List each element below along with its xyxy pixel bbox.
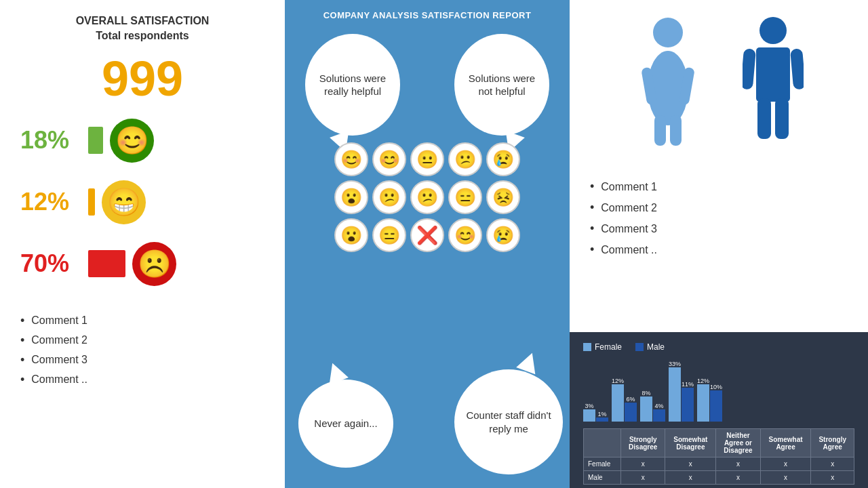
bar-chart: 3% 1% 12% 6% xyxy=(583,357,854,425)
male-sd: x xyxy=(620,471,665,485)
svg-rect-10 xyxy=(743,48,756,89)
female-swa: x xyxy=(760,458,811,471)
right-comment-4: • Comment .. xyxy=(590,243,848,257)
female-sd: x xyxy=(620,458,665,471)
emoji-8: 😕 xyxy=(410,180,444,214)
right-panel: • Comment 1 • Comment 2 • Comment 3 • Co… xyxy=(570,0,868,488)
bar-male-3 xyxy=(653,409,665,422)
bar-female-5 xyxy=(697,384,709,422)
male-figure xyxy=(743,14,804,149)
chart-group-1: 3% 1% xyxy=(583,403,608,422)
male-n: x xyxy=(716,471,761,485)
pct-red: 70% xyxy=(20,249,81,278)
col-header-neither: NeitherAgree orDisagree xyxy=(716,429,761,458)
satisfaction-row-red: 70% ☹️ xyxy=(20,242,264,286)
bar-red xyxy=(88,250,125,277)
emoji-6: 😮 xyxy=(334,180,368,214)
chart-group-2: 12% 6% xyxy=(612,378,637,422)
bar-male-5 xyxy=(710,390,722,422)
left-comment-4: • Comment .. xyxy=(20,373,264,387)
emoji-5: 😢 xyxy=(486,142,520,176)
bar-male-4 xyxy=(682,388,694,422)
bar-green xyxy=(88,127,103,154)
total-number: 999 xyxy=(20,54,264,103)
chart-legend: Female Male xyxy=(583,342,854,352)
emoji-4: 😕 xyxy=(448,142,482,176)
row-label-female: Female xyxy=(584,458,621,471)
col-header-somewhat-disagree: SomewhatDisagree xyxy=(665,429,716,458)
female-figure xyxy=(634,14,702,149)
chart-group-4: 33% 11% xyxy=(669,361,694,422)
left-comments-section: • Comment 1 • Comment 2 • Comment 3 • Co… xyxy=(20,308,264,392)
svg-rect-7 xyxy=(756,47,790,102)
middle-title: COMPANY ANALYSIS SATISFACTION REPORT xyxy=(295,10,559,20)
bar-female-4 xyxy=(669,367,681,422)
bubble-top-right: Solutions were not helpful xyxy=(454,34,549,136)
bubble-bottom-right: Counter staff didn't reply me xyxy=(454,369,563,474)
legend-female: Female xyxy=(583,342,622,352)
emoji-grid: 😊 😊 😐 😕 😢 😮 😕 😕 😑 😣 😮 😑 ❌ 😊 😢 xyxy=(334,142,520,252)
col-header-strongly-agree: StronglyAgree xyxy=(811,429,854,458)
col-header-strongly-disagree: StronglyDisagree xyxy=(620,429,665,458)
col-header-somewhat-agree: SomewhatAgree xyxy=(760,429,811,458)
bubble-top-left: Solutions were really helpful xyxy=(305,34,400,136)
bubble-bottom-left: Never again... xyxy=(298,380,393,468)
face-sad: ☹️ xyxy=(132,242,176,286)
table-row-female: Female x x x x x xyxy=(584,458,854,471)
female-swd: x xyxy=(665,458,716,471)
right-comment-3: • Comment 3 xyxy=(590,222,848,236)
male-swa: x xyxy=(760,471,811,485)
gender-figures xyxy=(590,14,848,149)
emoji-13: ❌ xyxy=(410,218,444,252)
emoji-12: 😑 xyxy=(372,218,406,252)
overall-title: OVERALL SATISFACTION Total respondents xyxy=(20,14,264,44)
pct-yellow: 12% xyxy=(20,188,81,216)
emoji-7: 😕 xyxy=(372,180,406,214)
chart-section: Female Male 3% 1% xyxy=(570,332,868,488)
female-n: x xyxy=(716,458,761,471)
bar-male-1 xyxy=(596,418,608,422)
svg-rect-2 xyxy=(654,115,666,146)
face-happy: 😊 xyxy=(110,119,154,163)
legend-dot-female xyxy=(583,343,591,351)
left-comment-2: • Comment 2 xyxy=(20,333,264,348)
emoji-10: 😣 xyxy=(486,180,520,214)
chart-group-3: 8% 4% xyxy=(640,390,665,422)
left-comment-1: • Comment 1 xyxy=(20,314,264,328)
middle-panel: COMPANY ANALYSIS SATISFACTION REPORT Sol… xyxy=(285,0,570,488)
total-respondents-label: Total respondents xyxy=(96,30,189,41)
svg-rect-9 xyxy=(775,98,789,139)
bar-female-3 xyxy=(640,396,652,422)
overall-title-text: OVERALL SATISFACTION xyxy=(76,15,210,26)
satisfaction-row-yellow: 12% 😁 xyxy=(20,180,264,224)
chart-table: StronglyDisagree SomewhatDisagree Neithe… xyxy=(583,428,854,485)
emoji-3: 😐 xyxy=(410,142,444,176)
bar-female-2 xyxy=(612,384,624,422)
emoji-14: 😊 xyxy=(448,218,482,252)
left-panel: OVERALL SATISFACTION Total respondents 9… xyxy=(0,0,285,488)
emoji-15: 😢 xyxy=(486,218,520,252)
col-header-empty xyxy=(584,429,621,458)
emoji-11: 😮 xyxy=(334,218,368,252)
bar-male-2 xyxy=(625,403,637,422)
table-row-male: Male x x x x x xyxy=(584,471,854,485)
bar-female-1 xyxy=(583,409,595,422)
female-icon xyxy=(634,14,702,149)
emoji-2: 😊 xyxy=(372,142,406,176)
right-comments: • Comment 1 • Comment 2 • Comment 3 • Co… xyxy=(590,173,848,264)
male-icon xyxy=(743,14,804,149)
svg-point-6 xyxy=(760,17,787,44)
svg-rect-8 xyxy=(757,98,771,139)
male-sa: x xyxy=(811,471,854,485)
right-top: • Comment 1 • Comment 2 • Comment 3 • Co… xyxy=(570,0,868,332)
svg-rect-11 xyxy=(790,48,804,89)
emoji-1: 😊 xyxy=(334,142,368,176)
satisfaction-row-green: 18% 😊 xyxy=(20,119,264,163)
svg-point-0 xyxy=(653,18,683,47)
emoji-9: 😑 xyxy=(448,180,482,214)
pct-green: 18% xyxy=(20,126,81,155)
female-sa: x xyxy=(811,458,854,471)
svg-rect-3 xyxy=(670,115,682,146)
legend-dot-male xyxy=(635,343,644,351)
male-swd: x xyxy=(665,471,716,485)
